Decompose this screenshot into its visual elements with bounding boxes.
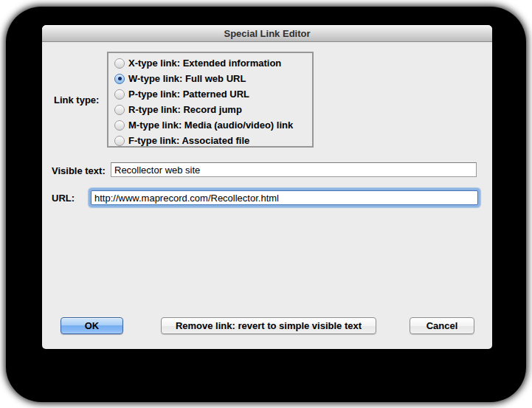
radio-option-label: M-type link: Media (audio/video) link bbox=[128, 120, 293, 131]
url-input[interactable] bbox=[91, 190, 478, 205]
window-title: Special Link Editor bbox=[224, 28, 310, 39]
radio-unselected-icon[interactable] bbox=[114, 120, 125, 131]
remove-link-button[interactable]: Remove link: revert to simple visible te… bbox=[161, 317, 376, 334]
cancel-button[interactable]: Cancel bbox=[410, 317, 474, 334]
radio-option[interactable]: P-type link: Patterned URL bbox=[114, 86, 306, 102]
radio-unselected-icon[interactable] bbox=[114, 89, 125, 100]
radio-option-label: R-type link: Record jump bbox=[128, 104, 242, 115]
radio-option-label: W-type link: Full web URL bbox=[128, 73, 246, 84]
radio-option-label: P-type link: Patterned URL bbox=[128, 89, 249, 100]
radio-unselected-icon[interactable] bbox=[114, 136, 125, 146]
radio-option[interactable]: R-type link: Record jump bbox=[114, 102, 306, 117]
radio-option[interactable]: X-type link: Extended information bbox=[114, 55, 306, 71]
radio-selected-icon[interactable] bbox=[114, 74, 125, 84]
special-link-editor-dialog: Special Link Editor Link type: X-type li… bbox=[42, 25, 492, 349]
radio-option[interactable]: W-type link: Full web URL bbox=[114, 71, 306, 86]
ok-button[interactable]: OK bbox=[61, 317, 123, 334]
link-type-label: Link type: bbox=[54, 94, 99, 106]
visible-text-input[interactable] bbox=[111, 162, 477, 177]
radio-unselected-icon[interactable] bbox=[114, 105, 125, 115]
radio-option-label: X-type link: Extended information bbox=[128, 58, 281, 69]
link-type-group: X-type link: Extended informationW-type … bbox=[107, 52, 314, 148]
radio-option-label: F-type link: Associated file bbox=[128, 135, 249, 146]
visible-text-label: Visible text: bbox=[52, 165, 106, 176]
radio-option[interactable]: M-type link: Media (audio/video) link bbox=[114, 117, 306, 133]
url-label: URL: bbox=[52, 193, 75, 204]
title-bar[interactable]: Special Link Editor bbox=[42, 25, 492, 42]
radio-option[interactable]: F-type link: Associated file bbox=[114, 133, 306, 148]
radio-unselected-icon[interactable] bbox=[114, 58, 125, 69]
